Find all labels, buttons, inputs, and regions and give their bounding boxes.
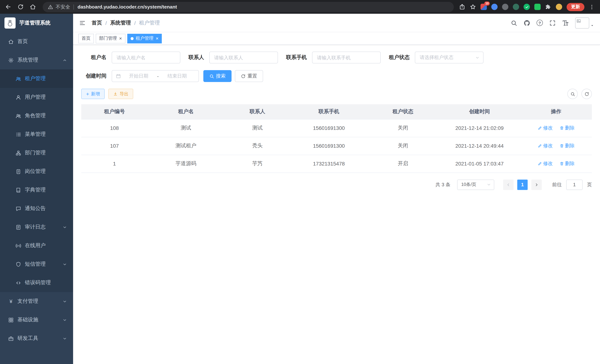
trash-icon xyxy=(559,161,564,166)
search-icon xyxy=(209,74,214,78)
sidebar-item-dept[interactable]: 部门管理 xyxy=(0,144,73,162)
sidebar-item-system[interactable]: 系统管理 xyxy=(0,51,73,69)
sidebar-item-post[interactable]: 岗位管理 xyxy=(0,162,73,181)
sidebar-item-sms[interactable]: 短信管理 xyxy=(0,255,73,273)
edit-link[interactable]: 修改 xyxy=(537,142,553,149)
next-page-button[interactable] xyxy=(531,179,542,190)
phone-input[interactable] xyxy=(312,52,381,64)
col-actions: 操作 xyxy=(520,104,592,119)
create-time-range-picker[interactable]: 开始日期 - 结束日期 xyxy=(112,70,199,82)
sidebar-item-infra[interactable]: 基础设施 xyxy=(0,311,73,329)
sidebar-item-audit-log[interactable]: 审计日志 xyxy=(0,218,73,236)
reset-button[interactable]: 重置 xyxy=(235,70,263,82)
chrome-update-button[interactable]: 更新 xyxy=(567,3,584,11)
sidebar-item-menu[interactable]: 菜单管理 xyxy=(0,125,73,144)
edit-link[interactable]: 修改 xyxy=(537,160,553,167)
code-icon xyxy=(16,280,21,286)
sidebar-item-user[interactable]: 用户管理 xyxy=(0,88,73,106)
sidebar-item-dict[interactable]: 字典管理 xyxy=(0,181,73,199)
tab-home[interactable]: 首页 xyxy=(78,34,94,43)
breadcrumb-separator: / xyxy=(134,20,136,26)
tenant-icon xyxy=(16,76,21,82)
export-button[interactable]: 导出 xyxy=(108,89,133,99)
page-number-button[interactable]: 1 xyxy=(517,179,528,190)
tenant-name-input[interactable] xyxy=(112,52,180,64)
share-icon[interactable] xyxy=(459,4,465,10)
sidebar-item-role[interactable]: 角色管理 xyxy=(0,106,73,125)
header-search-icon[interactable] xyxy=(511,19,517,26)
sidebar-item-home[interactable]: 首页 xyxy=(0,32,73,51)
contact-input[interactable] xyxy=(209,52,278,64)
extension-icon-5[interactable] xyxy=(524,4,530,10)
breadcrumb-separator: / xyxy=(105,20,107,26)
tab-close-icon[interactable]: × xyxy=(156,36,159,41)
status-text: 关闭 xyxy=(367,137,439,155)
extension-icon-1[interactable]: 10 xyxy=(480,4,487,10)
security-warning-icon[interactable] xyxy=(48,4,53,9)
tab-close-icon[interactable]: × xyxy=(119,36,122,41)
search-button[interactable]: 搜索 xyxy=(203,70,232,82)
sidebar-item-tenant[interactable]: 租户管理 xyxy=(0,69,73,88)
tenant-status-select[interactable]: 请选择租户状态 xyxy=(415,52,484,64)
add-button[interactable]: + 新增 xyxy=(81,89,105,99)
col-tenant-id: 租户编号 xyxy=(81,104,148,119)
sidebar-item-online-user[interactable]: 在线用户 xyxy=(0,236,73,255)
chevron-down-icon xyxy=(63,336,67,340)
sidebar-item-dev-tools[interactable]: 研发工具 xyxy=(0,329,73,348)
toolbar-right xyxy=(567,89,592,99)
trash-icon xyxy=(559,126,564,130)
page-size-select[interactable]: 10条/页 xyxy=(457,179,494,190)
browser-profile-avatar[interactable] xyxy=(556,4,562,10)
browser-nav-buttons xyxy=(5,4,36,10)
browser-menu-icon[interactable] xyxy=(589,4,595,10)
browser-reload-icon[interactable] xyxy=(18,4,24,10)
table-row: 1 芋道源码 芋艿 17321315478 开启 2021-01-05 17:0… xyxy=(81,155,592,173)
sidebar-toggle-icon[interactable] xyxy=(79,19,86,26)
chevron-down-icon xyxy=(475,56,479,60)
delete-link[interactable]: 删除 xyxy=(559,160,575,167)
sidebar-item-payment[interactable]: ¥ 支付管理 xyxy=(0,292,73,311)
extension-icon-2[interactable] xyxy=(491,4,497,10)
filter-row-1: 租户名 联系人 联系手机 租户状态 请选择租户状态 xyxy=(81,52,592,64)
sidebar-item-error-code[interactable]: 错误码管理 xyxy=(0,273,73,292)
font-size-icon[interactable] xyxy=(562,19,569,26)
fullscreen-icon[interactable] xyxy=(549,19,556,26)
log-icon xyxy=(16,224,21,230)
tab-dept[interactable]: 部门管理 × xyxy=(96,34,125,43)
extension-icon-4[interactable] xyxy=(513,4,519,10)
edit-link[interactable]: 修改 xyxy=(537,125,553,131)
bookmark-star-icon[interactable] xyxy=(470,4,476,10)
chevron-down-icon xyxy=(63,299,67,303)
app-logo[interactable]: 芋道管理系统 xyxy=(0,14,73,32)
github-icon[interactable] xyxy=(524,19,530,26)
online-signal-icon xyxy=(16,243,21,248)
active-tab-dot xyxy=(131,37,133,40)
toggle-search-button[interactable] xyxy=(567,89,578,99)
extension-icon-3[interactable] xyxy=(502,4,508,10)
extensions-puzzle-icon[interactable] xyxy=(545,4,551,10)
table-toolbar: + 新增 导出 xyxy=(81,89,592,99)
delete-link[interactable]: 删除 xyxy=(559,125,575,131)
address-bar[interactable]: 不安全 dashboard.yudao.iocoder.cn/system/te… xyxy=(43,2,454,12)
browser-back-icon[interactable] xyxy=(5,4,11,10)
breadcrumb-system[interactable]: 系统管理 xyxy=(110,19,131,26)
col-tenant-name: 租户名 xyxy=(148,104,224,119)
table-row: 107 测试租户 秃头 15601691300 关闭 2021-12-14 20… xyxy=(81,137,592,155)
sidebar-item-notice[interactable]: 通知公告 xyxy=(0,199,73,218)
goto-page-input[interactable] xyxy=(566,179,582,190)
breadcrumb-home[interactable]: 首页 xyxy=(92,19,102,26)
create-time-label: 创建时间 xyxy=(81,73,106,79)
user-avatar-dropdown[interactable] xyxy=(575,17,594,28)
docs-question-icon[interactable]: ? xyxy=(536,20,543,26)
prev-page-button[interactable] xyxy=(503,179,514,190)
browser-home-icon[interactable] xyxy=(30,4,36,10)
tab-tenant[interactable]: 租户管理 × xyxy=(127,34,162,43)
delete-link[interactable]: 删除 xyxy=(559,142,575,149)
filter-contact: 联系人 xyxy=(188,52,278,64)
edit-pencil-icon xyxy=(537,144,542,148)
table-row: 108 测试 测试 15601691300 关闭 2021-12-14 21:0… xyxy=(81,119,592,137)
status-label: 租户状态 xyxy=(389,54,410,61)
refresh-table-button[interactable] xyxy=(581,89,592,99)
chevron-down-icon xyxy=(63,262,67,266)
extension-icon-6[interactable] xyxy=(534,4,541,10)
